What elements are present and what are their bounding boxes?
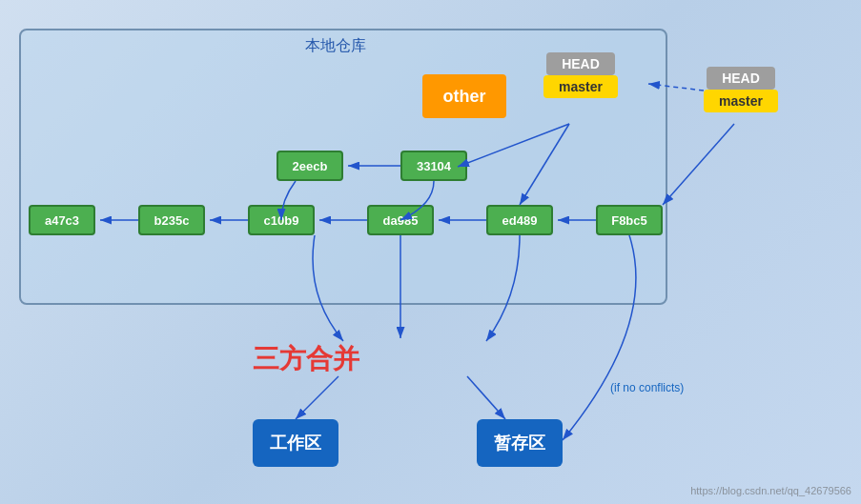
head-master-left: HEAD master	[543, 52, 618, 98]
commit-b235c: b235c	[138, 205, 205, 235]
head-label-right: HEAD	[707, 67, 775, 90]
commit-a47c3: a47c3	[29, 205, 95, 235]
commit-da985: da985	[367, 205, 434, 235]
svg-line-13	[296, 376, 338, 419]
stage-area-box: 暂存区	[477, 419, 563, 467]
commit-c10b9: c10b9	[248, 205, 315, 235]
master-label-right: master	[704, 90, 778, 112]
commit-ed489: ed489	[486, 205, 553, 235]
commit-33104: 33104	[400, 151, 467, 181]
head-label-left: HEAD	[546, 52, 615, 75]
other-label: other	[422, 74, 506, 118]
if-no-conflicts-text: (if no conflicts)	[610, 381, 684, 394]
local-repo-label: 本地仓库	[305, 36, 366, 56]
master-label-left: master	[543, 75, 618, 98]
svg-line-14	[467, 376, 505, 419]
svg-line-11	[663, 124, 734, 205]
merge-text: 三方合并	[253, 341, 359, 377]
commit-F8bc5: F8bc5	[596, 205, 663, 235]
commit-2eecb: 2eecb	[277, 151, 343, 181]
work-area-box: 工作区	[253, 419, 338, 467]
watermark: https://blog.csdn.net/qq_42679566	[690, 485, 851, 496]
head-master-right: HEAD master	[704, 67, 778, 112]
main-diagram: 本地仓库 other HEAD master HEAD master 2eecb…	[0, 0, 861, 504]
